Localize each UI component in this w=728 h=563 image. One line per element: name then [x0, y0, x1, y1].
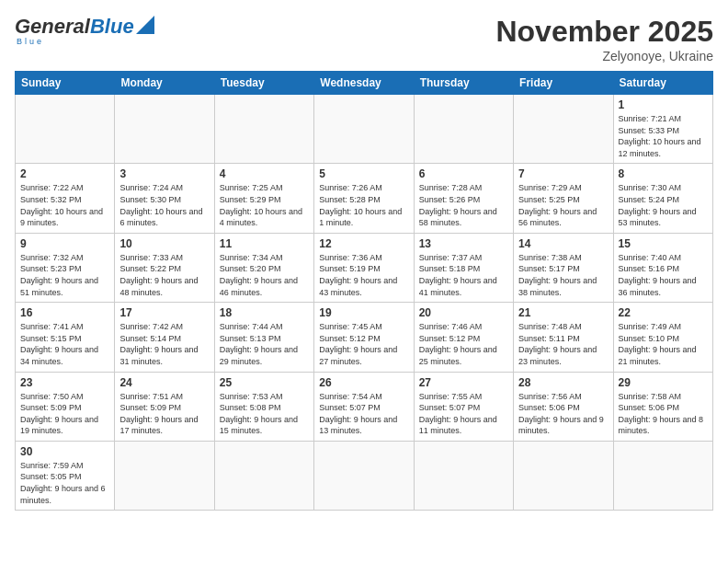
calendar-cell: [414, 95, 513, 164]
calendar-cell: [314, 95, 414, 164]
day-info: Sunrise: 7:37 AM Sunset: 5:18 PM Dayligh…: [419, 252, 508, 298]
weekday-header-tuesday: Tuesday: [214, 72, 313, 95]
weekday-header-thursday: Thursday: [414, 72, 513, 95]
calendar-cell: 28Sunrise: 7:56 AM Sunset: 5:06 PM Dayli…: [514, 372, 613, 441]
day-info: Sunrise: 7:26 AM Sunset: 5:28 PM Dayligh…: [319, 182, 408, 228]
day-info: Sunrise: 7:25 AM Sunset: 5:29 PM Dayligh…: [220, 182, 309, 228]
day-number: 21: [518, 306, 608, 319]
calendar-cell: 7Sunrise: 7:29 AM Sunset: 5:25 PM Daylig…: [514, 164, 613, 233]
day-info: Sunrise: 7:50 AM Sunset: 5:09 PM Dayligh…: [20, 391, 109, 437]
day-info: Sunrise: 7:55 AM Sunset: 5:07 PM Dayligh…: [419, 391, 508, 437]
calendar-cell: 13Sunrise: 7:37 AM Sunset: 5:18 PM Dayli…: [414, 233, 513, 302]
calendar-cell: 19Sunrise: 7:45 AM Sunset: 5:12 PM Dayli…: [314, 303, 414, 372]
calendar-cell: 1Sunrise: 7:21 AM Sunset: 5:33 PM Daylig…: [613, 95, 712, 164]
day-number: 17: [119, 306, 209, 319]
calendar-cell: 2Sunrise: 7:22 AM Sunset: 5:32 PM Daylig…: [16, 164, 115, 233]
calendar-cell: 11Sunrise: 7:34 AM Sunset: 5:20 PM Dayli…: [214, 233, 313, 302]
day-number: 26: [319, 376, 408, 389]
day-number: 28: [518, 376, 608, 389]
day-number: 27: [419, 376, 508, 389]
day-info: Sunrise: 7:36 AM Sunset: 5:19 PM Dayligh…: [319, 252, 408, 298]
calendar-cell: 20Sunrise: 7:46 AM Sunset: 5:12 PM Dayli…: [414, 303, 513, 372]
logo-general-text: General: [15, 15, 90, 39]
day-number: 10: [119, 237, 209, 250]
calendar-cell: 14Sunrise: 7:38 AM Sunset: 5:17 PM Dayli…: [514, 233, 613, 302]
calendar-cell: 8Sunrise: 7:30 AM Sunset: 5:24 PM Daylig…: [613, 164, 712, 233]
day-info: Sunrise: 7:48 AM Sunset: 5:11 PM Dayligh…: [518, 321, 608, 367]
day-number: 23: [20, 376, 109, 389]
calendar-cell: 4Sunrise: 7:25 AM Sunset: 5:29 PM Daylig…: [214, 164, 313, 233]
day-info: Sunrise: 7:44 AM Sunset: 5:13 PM Dayligh…: [220, 321, 309, 367]
calendar-cell: 24Sunrise: 7:51 AM Sunset: 5:09 PM Dayli…: [115, 372, 214, 441]
day-number: 2: [20, 167, 109, 180]
day-info: Sunrise: 7:54 AM Sunset: 5:07 PM Dayligh…: [319, 391, 408, 437]
calendar-cell: [115, 441, 214, 510]
day-info: Sunrise: 7:56 AM Sunset: 5:06 PM Dayligh…: [518, 391, 608, 437]
day-info: Sunrise: 7:41 AM Sunset: 5:15 PM Dayligh…: [20, 321, 109, 367]
calendar-week-3: 9Sunrise: 7:32 AM Sunset: 5:23 PM Daylig…: [16, 233, 713, 302]
weekday-header-friday: Friday: [514, 72, 613, 95]
calendar-cell: [214, 95, 313, 164]
day-number: 8: [619, 167, 708, 180]
calendar-cell: 6Sunrise: 7:28 AM Sunset: 5:26 PM Daylig…: [414, 164, 513, 233]
calendar-cell: [16, 95, 115, 164]
logo: General Blue Blue: [15, 15, 154, 46]
calendar-cell: [115, 95, 214, 164]
calendar-cell: 3Sunrise: 7:24 AM Sunset: 5:30 PM Daylig…: [115, 164, 214, 233]
day-number: 25: [220, 376, 309, 389]
calendar-cell: 26Sunrise: 7:54 AM Sunset: 5:07 PM Dayli…: [314, 372, 414, 441]
calendar-cell: [214, 441, 313, 510]
day-number: 13: [419, 237, 508, 250]
day-number: 1: [619, 98, 708, 111]
location: Zelyonoye, Ukraine: [495, 49, 713, 63]
calendar-cell: [414, 441, 513, 510]
day-info: Sunrise: 7:49 AM Sunset: 5:10 PM Dayligh…: [619, 321, 708, 367]
day-info: Sunrise: 7:30 AM Sunset: 5:24 PM Dayligh…: [619, 182, 708, 228]
calendar-cell: 15Sunrise: 7:40 AM Sunset: 5:16 PM Dayli…: [613, 233, 712, 302]
calendar-week-2: 2Sunrise: 7:22 AM Sunset: 5:32 PM Daylig…: [16, 164, 713, 233]
day-number: 15: [619, 237, 708, 250]
day-info: Sunrise: 7:24 AM Sunset: 5:30 PM Dayligh…: [119, 182, 209, 228]
logo-blue-text: Blue: [90, 15, 134, 39]
month-title: November 2025: [495, 15, 713, 49]
calendar-cell: [314, 441, 414, 510]
calendar-week-5: 23Sunrise: 7:50 AM Sunset: 5:09 PM Dayli…: [16, 372, 713, 441]
day-number: 6: [419, 167, 508, 180]
day-number: 11: [220, 237, 309, 250]
calendar-cell: 5Sunrise: 7:26 AM Sunset: 5:28 PM Daylig…: [314, 164, 414, 233]
day-number: 18: [220, 306, 309, 319]
calendar-cell: 16Sunrise: 7:41 AM Sunset: 5:15 PM Dayli…: [16, 303, 115, 372]
day-number: 29: [619, 376, 708, 389]
day-number: 20: [419, 306, 508, 319]
day-info: Sunrise: 7:58 AM Sunset: 5:06 PM Dayligh…: [619, 391, 708, 437]
weekday-header-row: SundayMondayTuesdayWednesdayThursdayFrid…: [16, 72, 713, 95]
day-info: Sunrise: 7:33 AM Sunset: 5:22 PM Dayligh…: [119, 252, 209, 298]
day-info: Sunrise: 7:29 AM Sunset: 5:25 PM Dayligh…: [518, 182, 608, 228]
day-number: 24: [119, 376, 209, 389]
day-info: Sunrise: 7:53 AM Sunset: 5:08 PM Dayligh…: [220, 391, 309, 437]
logo-tagline: Blue: [17, 37, 44, 46]
svg-marker-0: [136, 16, 154, 34]
calendar-cell: 23Sunrise: 7:50 AM Sunset: 5:09 PM Dayli…: [16, 372, 115, 441]
day-info: Sunrise: 7:59 AM Sunset: 5:05 PM Dayligh…: [20, 460, 109, 506]
day-info: Sunrise: 7:42 AM Sunset: 5:14 PM Dayligh…: [119, 321, 209, 367]
day-number: 7: [518, 167, 608, 180]
calendar-cell: 17Sunrise: 7:42 AM Sunset: 5:14 PM Dayli…: [115, 303, 214, 372]
day-info: Sunrise: 7:21 AM Sunset: 5:33 PM Dayligh…: [619, 113, 708, 159]
title-block: November 2025 Zelyonoye, Ukraine: [495, 15, 713, 63]
page-header: General Blue Blue November 2025 Zelyonoy…: [15, 15, 713, 63]
day-info: Sunrise: 7:34 AM Sunset: 5:20 PM Dayligh…: [220, 252, 309, 298]
day-info: Sunrise: 7:32 AM Sunset: 5:23 PM Dayligh…: [20, 252, 109, 298]
calendar-cell: 18Sunrise: 7:44 AM Sunset: 5:13 PM Dayli…: [214, 303, 313, 372]
calendar-cell: 30Sunrise: 7:59 AM Sunset: 5:05 PM Dayli…: [16, 441, 115, 510]
day-number: 4: [220, 167, 309, 180]
day-info: Sunrise: 7:46 AM Sunset: 5:12 PM Dayligh…: [419, 321, 508, 367]
day-info: Sunrise: 7:51 AM Sunset: 5:09 PM Dayligh…: [119, 391, 209, 437]
day-info: Sunrise: 7:40 AM Sunset: 5:16 PM Dayligh…: [619, 252, 708, 298]
day-number: 14: [518, 237, 608, 250]
calendar-cell: [514, 95, 613, 164]
calendar-cell: [613, 441, 712, 510]
day-info: Sunrise: 7:28 AM Sunset: 5:26 PM Dayligh…: [419, 182, 508, 228]
weekday-header-saturday: Saturday: [613, 72, 712, 95]
calendar-cell: 22Sunrise: 7:49 AM Sunset: 5:10 PM Dayli…: [613, 303, 712, 372]
